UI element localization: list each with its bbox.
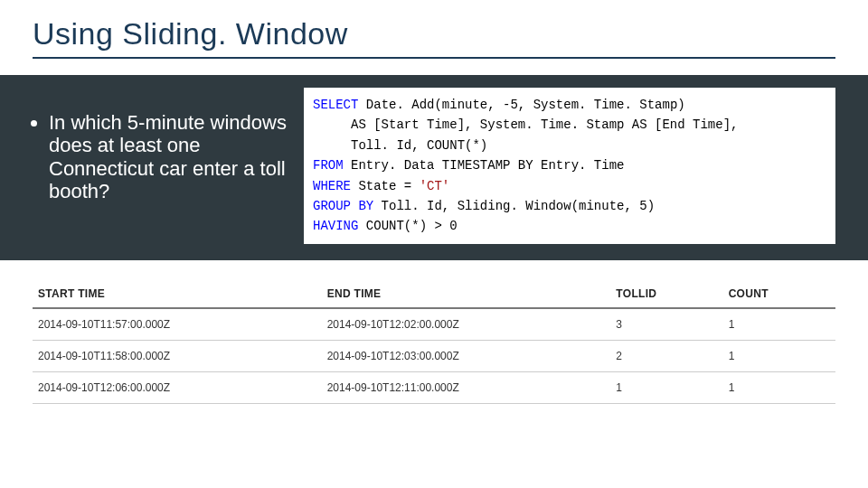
cell-start: 2014-09-10T11:57:00.000Z <box>33 308 322 341</box>
cell-count: 1 <box>723 371 835 403</box>
cell-end: 2014-09-10T12:02:00.000Z <box>322 308 611 341</box>
cell-toll: 3 <box>610 308 722 341</box>
code-text: AS [Start Time], System. Time. Stamp AS … <box>313 117 738 132</box>
cell-start: 2014-09-10T11:58:00.000Z <box>33 340 322 371</box>
col-start: START TIME <box>33 280 322 308</box>
table-row: 2014-09-10T12:06:00.000Z 2014-09-10T12:1… <box>33 371 835 403</box>
code-text: Entry. Data TIMESTAMP BY Entry. Time <box>344 158 625 173</box>
code-text: Toll. Id, Sliding. Window(minute, 5) <box>373 199 655 213</box>
code-text: State = <box>351 179 420 193</box>
code-kw: HAVING <box>313 219 358 233</box>
cell-end: 2014-09-10T12:03:00.000Z <box>322 340 611 371</box>
cell-count: 1 <box>723 308 835 341</box>
content-band: In which 5-minute windows does at least … <box>0 75 868 260</box>
slide-title: Using Sliding. Window <box>33 16 835 52</box>
cell-end: 2014-09-10T12:11:00.000Z <box>322 371 611 403</box>
code-text: Toll. Id, COUNT(*) <box>313 138 487 153</box>
col-count: COUNT <box>723 280 835 308</box>
cell-toll: 1 <box>610 371 722 403</box>
code-kw: FROM <box>313 158 344 173</box>
col-end: END TIME <box>322 280 611 308</box>
bullet-item: In which 5-minute windows does at least … <box>49 111 297 202</box>
table-header-row: START TIME END TIME TOLLID COUNT <box>33 280 835 308</box>
code-text: Date. Add(minute, -5, System. Time. Stam… <box>358 98 684 112</box>
title-rule <box>33 57 835 59</box>
code-kw: WHERE <box>313 179 351 193</box>
code-kw: SELECT <box>313 98 358 112</box>
code-text: COUNT(*) > 0 <box>358 219 457 233</box>
code-str: 'CT' <box>420 179 450 193</box>
results-table: START TIME END TIME TOLLID COUNT 2014-09… <box>33 280 835 404</box>
code-kw: GROUP BY <box>313 199 373 213</box>
code-block: SELECT Date. Add(minute, -5, System. Tim… <box>304 88 835 244</box>
cell-count: 1 <box>723 340 835 371</box>
table-row: 2014-09-10T11:58:00.000Z 2014-09-10T12:0… <box>33 340 835 371</box>
col-toll: TOLLID <box>610 280 722 308</box>
results-table-wrap: START TIME END TIME TOLLID COUNT 2014-09… <box>33 280 835 404</box>
table-row: 2014-09-10T11:57:00.000Z 2014-09-10T12:0… <box>33 308 835 341</box>
slide: Using Sliding. Window In which 5-minute … <box>0 0 868 488</box>
bullet-column: In which 5-minute windows does at least … <box>33 88 304 244</box>
cell-toll: 2 <box>610 340 722 371</box>
cell-start: 2014-09-10T12:06:00.000Z <box>33 371 322 403</box>
